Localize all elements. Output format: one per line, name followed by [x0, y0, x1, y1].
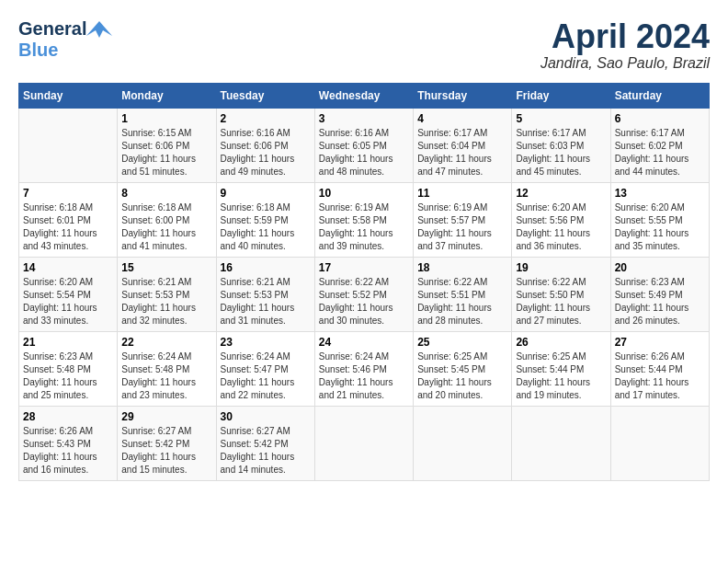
calendar-cell	[19, 108, 118, 182]
calendar-cell: 24Sunrise: 6:24 AMSunset: 5:46 PMDayligh…	[314, 331, 413, 406]
calendar-cell: 4Sunrise: 6:17 AMSunset: 6:04 PMDaylight…	[414, 108, 512, 182]
day-number: 9	[221, 187, 311, 200]
day-number: 2	[221, 112, 311, 125]
day-number: 30	[221, 410, 311, 423]
month-title: April 2024	[540, 18, 710, 55]
logo-bird-icon	[86, 19, 112, 40]
calendar-cell	[314, 406, 413, 480]
calendar-cell: 18Sunrise: 6:22 AMSunset: 5:51 PMDayligh…	[414, 257, 512, 331]
day-info: Sunrise: 6:24 AMSunset: 5:46 PMDaylight:…	[319, 350, 409, 402]
day-number: 1	[121, 112, 211, 125]
day-number: 21	[23, 336, 113, 349]
week-row-2: 7Sunrise: 6:18 AMSunset: 6:01 PMDaylight…	[19, 182, 710, 257]
week-row-3: 14Sunrise: 6:20 AMSunset: 5:54 PMDayligh…	[19, 257, 710, 331]
calendar-header: Sunday Monday Tuesday Wednesday Thursday…	[19, 83, 710, 108]
day-number: 18	[417, 261, 507, 274]
calendar-cell: 13Sunrise: 6:20 AMSunset: 5:55 PMDayligh…	[610, 182, 709, 257]
day-number: 20	[615, 261, 705, 274]
day-number: 12	[516, 187, 606, 200]
day-info: Sunrise: 6:20 AMSunset: 5:56 PMDaylight:…	[516, 201, 606, 253]
page-container: General Blue April 2024 Jandira, Sao Pau…	[0, 0, 728, 490]
col-monday: Monday	[118, 83, 216, 108]
day-info: Sunrise: 6:23 AMSunset: 5:49 PMDaylight:…	[615, 276, 705, 327]
day-number: 14	[23, 261, 113, 274]
calendar-cell: 1Sunrise: 6:15 AMSunset: 6:06 PMDaylight…	[118, 108, 216, 182]
day-number: 29	[121, 410, 211, 423]
week-row-4: 21Sunrise: 6:23 AMSunset: 5:48 PMDayligh…	[19, 331, 710, 406]
day-number: 11	[417, 187, 507, 200]
day-info: Sunrise: 6:25 AMSunset: 5:44 PMDaylight:…	[516, 350, 606, 402]
week-row-5: 28Sunrise: 6:26 AMSunset: 5:43 PMDayligh…	[19, 406, 710, 480]
day-info: Sunrise: 6:18 AMSunset: 6:01 PMDaylight:…	[23, 201, 113, 253]
calendar-cell: 5Sunrise: 6:17 AMSunset: 6:03 PMDaylight…	[512, 108, 610, 182]
svg-marker-0	[86, 21, 112, 38]
calendar-cell: 23Sunrise: 6:24 AMSunset: 5:47 PMDayligh…	[216, 331, 314, 406]
calendar-cell: 19Sunrise: 6:22 AMSunset: 5:50 PMDayligh…	[512, 257, 610, 331]
logo-wrapper: General	[18, 18, 112, 40]
day-info: Sunrise: 6:17 AMSunset: 6:04 PMDaylight:…	[417, 127, 507, 178]
day-info: Sunrise: 6:26 AMSunset: 5:44 PMDaylight:…	[615, 350, 705, 402]
day-number: 4	[417, 112, 507, 125]
day-info: Sunrise: 6:17 AMSunset: 6:03 PMDaylight:…	[516, 127, 606, 178]
day-info: Sunrise: 6:27 AMSunset: 5:42 PMDaylight:…	[121, 425, 211, 477]
col-saturday: Saturday	[610, 83, 709, 108]
day-info: Sunrise: 6:25 AMSunset: 5:45 PMDaylight:…	[417, 350, 507, 402]
day-number: 25	[417, 336, 507, 349]
header-row: Sunday Monday Tuesday Wednesday Thursday…	[19, 83, 710, 108]
day-number: 13	[615, 187, 705, 200]
calendar-cell: 2Sunrise: 6:16 AMSunset: 6:06 PMDaylight…	[216, 108, 314, 182]
day-number: 15	[121, 261, 211, 274]
day-info: Sunrise: 6:23 AMSunset: 5:48 PMDaylight:…	[23, 350, 113, 402]
day-number: 28	[23, 410, 113, 423]
calendar-cell: 27Sunrise: 6:26 AMSunset: 5:44 PMDayligh…	[610, 331, 709, 406]
day-info: Sunrise: 6:20 AMSunset: 5:54 PMDaylight:…	[23, 276, 113, 327]
day-number: 3	[319, 112, 409, 125]
day-number: 6	[615, 112, 705, 125]
calendar-cell: 20Sunrise: 6:23 AMSunset: 5:49 PMDayligh…	[610, 257, 709, 331]
col-thursday: Thursday	[414, 83, 512, 108]
day-info: Sunrise: 6:24 AMSunset: 5:47 PMDaylight:…	[221, 350, 311, 402]
calendar-cell: 28Sunrise: 6:26 AMSunset: 5:43 PMDayligh…	[19, 406, 118, 480]
calendar-cell: 10Sunrise: 6:19 AMSunset: 5:58 PMDayligh…	[314, 182, 413, 257]
calendar-cell: 21Sunrise: 6:23 AMSunset: 5:48 PMDayligh…	[19, 331, 118, 406]
calendar-cell: 9Sunrise: 6:18 AMSunset: 5:59 PMDaylight…	[216, 182, 314, 257]
day-info: Sunrise: 6:19 AMSunset: 5:58 PMDaylight:…	[319, 201, 409, 253]
calendar-cell: 22Sunrise: 6:24 AMSunset: 5:48 PMDayligh…	[118, 331, 216, 406]
col-sunday: Sunday	[19, 83, 118, 108]
day-info: Sunrise: 6:21 AMSunset: 5:53 PMDaylight:…	[121, 276, 211, 327]
day-info: Sunrise: 6:16 AMSunset: 6:06 PMDaylight:…	[221, 127, 311, 178]
calendar-cell: 6Sunrise: 6:17 AMSunset: 6:02 PMDaylight…	[610, 108, 709, 182]
day-number: 17	[319, 261, 409, 274]
calendar-cell	[512, 406, 610, 480]
calendar-cell: 30Sunrise: 6:27 AMSunset: 5:42 PMDayligh…	[216, 406, 314, 480]
calendar-cell: 26Sunrise: 6:25 AMSunset: 5:44 PMDayligh…	[512, 331, 610, 406]
day-info: Sunrise: 6:24 AMSunset: 5:48 PMDaylight:…	[121, 350, 211, 402]
logo: General Blue	[18, 18, 112, 61]
calendar-cell: 3Sunrise: 6:16 AMSunset: 6:05 PMDaylight…	[314, 108, 413, 182]
logo-general-text: General	[18, 18, 86, 40]
calendar-table: Sunday Monday Tuesday Wednesday Thursday…	[18, 83, 710, 481]
day-info: Sunrise: 6:18 AMSunset: 5:59 PMDaylight:…	[221, 201, 311, 253]
day-info: Sunrise: 6:19 AMSunset: 5:57 PMDaylight:…	[417, 201, 507, 253]
calendar-cell: 17Sunrise: 6:22 AMSunset: 5:52 PMDayligh…	[314, 257, 413, 331]
day-number: 26	[516, 336, 606, 349]
day-info: Sunrise: 6:27 AMSunset: 5:42 PMDaylight:…	[221, 425, 311, 477]
day-number: 22	[121, 336, 211, 349]
day-info: Sunrise: 6:18 AMSunset: 6:00 PMDaylight:…	[121, 201, 211, 253]
col-friday: Friday	[512, 83, 610, 108]
day-number: 24	[319, 336, 409, 349]
day-info: Sunrise: 6:22 AMSunset: 5:50 PMDaylight:…	[516, 276, 606, 327]
day-info: Sunrise: 6:16 AMSunset: 6:05 PMDaylight:…	[319, 127, 409, 178]
calendar-cell: 14Sunrise: 6:20 AMSunset: 5:54 PMDayligh…	[19, 257, 118, 331]
day-info: Sunrise: 6:15 AMSunset: 6:06 PMDaylight:…	[121, 127, 211, 178]
day-info: Sunrise: 6:20 AMSunset: 5:55 PMDaylight:…	[615, 201, 705, 253]
calendar-cell: 11Sunrise: 6:19 AMSunset: 5:57 PMDayligh…	[414, 182, 512, 257]
location-text: Jandira, Sao Paulo, Brazil	[540, 55, 710, 72]
calendar-cell: 12Sunrise: 6:20 AMSunset: 5:56 PMDayligh…	[512, 182, 610, 257]
title-area: April 2024 Jandira, Sao Paulo, Brazil	[540, 18, 710, 72]
day-number: 7	[23, 187, 113, 200]
day-info: Sunrise: 6:26 AMSunset: 5:43 PMDaylight:…	[23, 425, 113, 477]
calendar-cell: 25Sunrise: 6:25 AMSunset: 5:45 PMDayligh…	[414, 331, 512, 406]
logo-blue-text: Blue	[18, 40, 58, 61]
header: General Blue April 2024 Jandira, Sao Pau…	[18, 18, 710, 72]
